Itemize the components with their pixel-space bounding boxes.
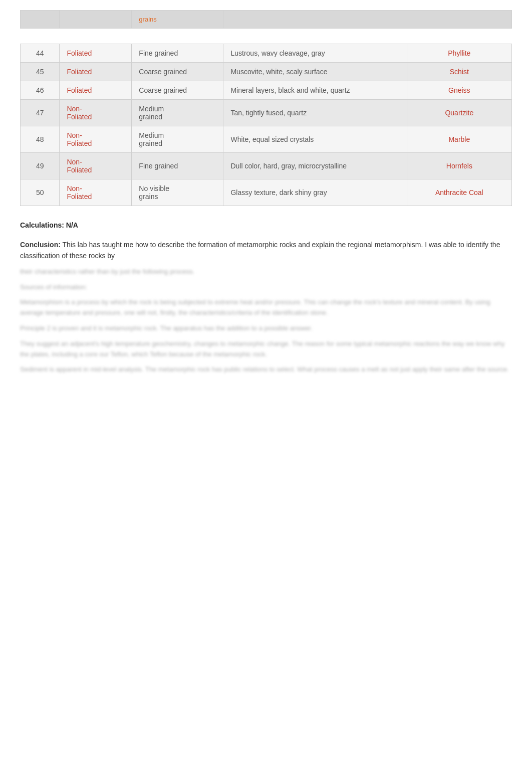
partial-rock-cell	[407, 11, 511, 29]
table-row: 47Non- FoliatedMedium grainedTan, tightl…	[21, 100, 512, 126]
row-foliation: Foliated	[60, 81, 132, 100]
row-number: 47	[21, 100, 60, 126]
row-grain: Medium grained	[132, 100, 223, 126]
row-number: 48	[21, 126, 60, 153]
row-grain: Medium grained	[132, 126, 223, 153]
row-number: 45	[21, 63, 60, 81]
row-grain: Coarse grained	[132, 81, 223, 100]
row-number: 44	[21, 44, 60, 63]
row-grain: Fine grained	[132, 44, 223, 63]
conclusion-section: Conclusion: This lab has taught me how t…	[20, 239, 512, 262]
calculations-section: Calculations: N/A	[20, 221, 512, 229]
table-row: 46FoliatedCoarse grainedMineral layers, …	[21, 81, 512, 100]
row-foliation: Foliated	[60, 63, 132, 81]
partial-foliation-cell	[60, 11, 132, 29]
data-table: grains	[20, 10, 512, 29]
row-description: Mineral layers, black and white, quartz	[223, 81, 407, 100]
conclusion-text: This lab has taught me how to describe t…	[20, 241, 500, 260]
row-description: Tan, tightly fused, quartz	[223, 100, 407, 126]
row-rock-name: Anthracite Coal	[407, 179, 511, 206]
row-rock-name: Phyllite	[407, 44, 511, 63]
calculations-value: N/A	[66, 221, 78, 229]
table-row: 44FoliatedFine grainedLustrous, wavy cle…	[21, 44, 512, 63]
blurred-paragraph: They suggest an adjacent's high temperat…	[20, 339, 512, 360]
partial-header-row: grains	[21, 11, 512, 29]
main-table: 44FoliatedFine grainedLustrous, wavy cle…	[20, 44, 512, 206]
row-rock-name: Marble	[407, 126, 511, 153]
row-foliation: Non- Foliated	[60, 153, 132, 179]
table-row: 45FoliatedCoarse grainedMuscovite, white…	[21, 63, 512, 81]
row-foliation: Foliated	[60, 44, 132, 63]
blurred-paragraph: Sources of information:	[20, 282, 512, 293]
partial-num-cell	[21, 11, 60, 29]
row-description: Lustrous, wavy cleavage, gray	[223, 44, 407, 63]
table-row: 50Non- FoliatedNo visible grainsGlassy t…	[21, 179, 512, 206]
row-foliation: Non- Foliated	[60, 179, 132, 206]
row-grain: Fine grained	[132, 153, 223, 179]
row-rock-name: Schist	[407, 63, 511, 81]
row-number: 46	[21, 81, 60, 100]
row-grain: Coarse grained	[132, 63, 223, 81]
row-foliation: Non- Foliated	[60, 126, 132, 153]
partial-desc-cell	[223, 11, 407, 29]
row-description: Glassy texture, dark shiny gray	[223, 179, 407, 206]
row-description: White, equal sized crystals	[223, 126, 407, 153]
row-foliation: Non- Foliated	[60, 100, 132, 126]
row-number: 49	[21, 153, 60, 179]
blurred-paragraph: Metamorphism is a process by which the r…	[20, 297, 512, 318]
conclusion-label: Conclusion:	[20, 241, 61, 249]
blurred-paragraph: their characteristics rather than by jus…	[20, 267, 512, 277]
blurred-paragraph: Sediment is apparent in mid-level analys…	[20, 364, 512, 375]
calculations-label: Calculations:	[20, 221, 64, 229]
blurred-paragraph: Principle 2 is proven and it is metamorp…	[20, 323, 512, 334]
table-row: 48Non- FoliatedMedium grainedWhite, equa…	[21, 126, 512, 153]
blurred-content: their characteristics rather than by jus…	[20, 267, 512, 375]
row-rock-name: Hornfels	[407, 153, 511, 179]
row-description: Dull color, hard, gray, microcrystalline	[223, 153, 407, 179]
row-number: 50	[21, 179, 60, 206]
row-grain: No visible grains	[132, 179, 223, 206]
row-rock-name: Gneiss	[407, 81, 511, 100]
table-row: 49Non- FoliatedFine grainedDull color, h…	[21, 153, 512, 179]
partial-grain-cell: grains	[132, 11, 223, 29]
row-description: Muscovite, white, scaly surface	[223, 63, 407, 81]
row-rock-name: Quartzite	[407, 100, 511, 126]
